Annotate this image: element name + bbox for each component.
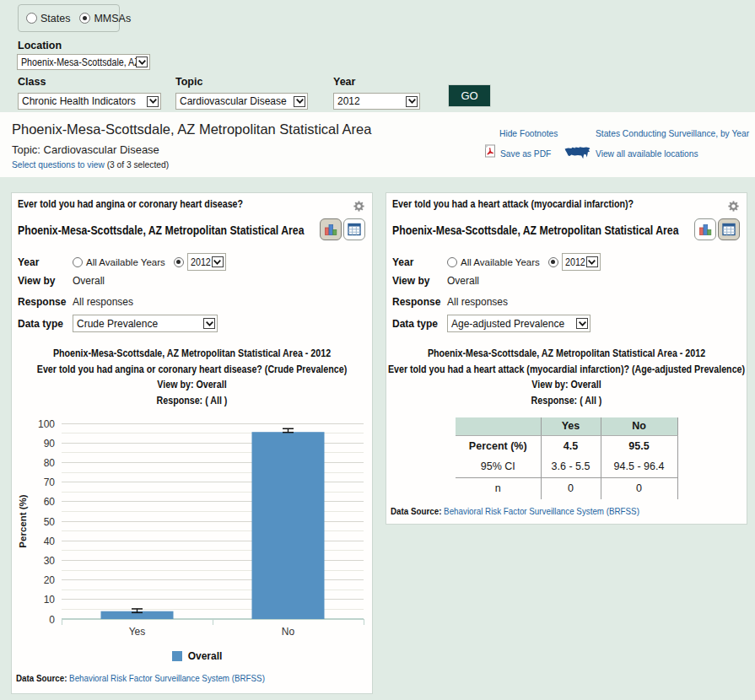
surveillance-link[interactable]: States Conducting Surveillance, by Year [596, 128, 749, 138]
go-button[interactable]: GO [448, 84, 491, 107]
view-by-label: View by [392, 275, 447, 287]
selection-count: (3 of 3 selected) [105, 159, 169, 170]
all-years-radio[interactable] [73, 257, 83, 267]
panel-heart-attack: Ever told you had a heart attack (myocar… [386, 192, 747, 525]
table-row-percent: Percent (%) 4.5 95.5 [456, 435, 677, 456]
topic-select[interactable]: Cardiovascular Disease [175, 93, 308, 110]
location-select[interactable]: Phoenix-Mesa-Scottsdale, AZ [17, 54, 150, 70]
save-pdf-link[interactable]: Save as PDF [500, 148, 551, 159]
view-locations-link[interactable]: View all available locations [596, 148, 698, 159]
topic-subtitle: Topic: Cardiovascular Disease [12, 143, 159, 156]
chart-subtitle: Ever told you had angina or coronary hea… [37, 362, 347, 378]
cell-n-yes: 0 [541, 477, 601, 499]
chevron-down-icon [586, 256, 598, 267]
bar-chart: 0102030405060708090100YesNoPercent (%) [12, 412, 373, 654]
x-category-label: Yes [129, 626, 146, 638]
year-options: All Available Years 2012 [447, 253, 601, 271]
mmsas-radio-label: MMSAs [94, 13, 131, 24]
y-tick-label: 100 [38, 418, 55, 430]
class-select-value: Chronic Health Indicators [19, 95, 147, 107]
table-viewby-line: View by: Overall [531, 377, 601, 393]
response-value: All responses [447, 296, 508, 308]
select-questions-link[interactable]: Select questions to view [12, 159, 105, 170]
cell-percent-no: 95.5 [601, 435, 677, 456]
table-title: Phoenix-Mesa-Scottsdale, AZ Metropolitan… [428, 346, 705, 362]
chart-view-button[interactable] [320, 218, 342, 240]
data-type-row: Data type Age-adjusted Prevalence [392, 315, 738, 332]
data-source-link[interactable]: Behavioral Risk Factor Surveillance Syst… [444, 506, 639, 516]
chart-view-button[interactable] [694, 218, 716, 240]
legend-swatch [172, 651, 182, 661]
data-type-select[interactable]: Age-adjusted Prevalence [447, 315, 591, 332]
view-by-row: View by Overall [18, 274, 364, 287]
topic-select-value: Cardiovascular Disease [176, 95, 294, 107]
bar-chart-icon [324, 223, 337, 236]
chart-response-line: Response: ( All ) [157, 393, 228, 409]
data-source-link[interactable]: Behavioral Risk Factor Surveillance Syst… [69, 673, 265, 683]
chart-viewby-line: View by: Overall [157, 377, 226, 393]
table-response-line: Response: ( All ) [531, 393, 602, 409]
location-label: Location [18, 40, 62, 51]
area-type-group: States MMSAs [18, 4, 120, 32]
legend-label: Overall [188, 650, 223, 662]
page-header: Phoenix-Mesa-Scottsdale, AZ Metropolitan… [0, 112, 755, 177]
table-row-n: n 0 0 [456, 477, 677, 499]
view-by-value: Overall [73, 275, 105, 287]
us-map-icon [564, 145, 591, 161]
table-header-blank [456, 417, 541, 435]
y-tick-label: 80 [44, 457, 56, 469]
all-years-label: All Available Years [461, 257, 540, 267]
view-toggles [694, 218, 740, 240]
response-row: Response All responses [18, 295, 364, 308]
bar-chart-svg: 0102030405060708090100YesNoPercent (%) [12, 412, 373, 654]
panel-year-select[interactable]: 2012 [187, 253, 226, 271]
gear-icon[interactable] [728, 200, 739, 211]
cell-ci-no: 94.5 - 96.4 [601, 456, 677, 477]
chevron-down-icon [294, 96, 305, 107]
chart-legend: Overall [17, 650, 377, 662]
class-select[interactable]: Chronic Health Indicators [18, 93, 161, 110]
data-type-select[interactable]: Crude Prevalence [73, 315, 218, 332]
table-subtitle: Ever told you had a heart attack (myocar… [388, 362, 745, 378]
table-view-button[interactable] [343, 218, 365, 240]
panel-year-select[interactable]: 2012 [562, 253, 601, 271]
panel-year-text: 2012 [191, 256, 211, 268]
location-select-text: Phoenix-Mesa-Scottsdale, AZ [21, 57, 136, 68]
hide-footnotes-link[interactable]: Hide Footnotes [499, 128, 558, 138]
year-row-label: Year [18, 256, 73, 268]
all-years-label: All Available Years [86, 257, 165, 267]
data-source-line: Data Source: Behavioral Risk Factor Surv… [391, 506, 639, 516]
y-tick-label: 50 [44, 516, 56, 528]
data-table: Yes No Percent (%) 4.5 95.5 95% CI 3.6 -… [456, 417, 678, 499]
table-icon [348, 223, 361, 236]
year-label: Year [333, 76, 355, 88]
gear-icon[interactable] [353, 200, 364, 211]
mmsas-radio[interactable] [79, 13, 90, 24]
year-row-label: Year [392, 256, 447, 268]
view-by-row: View by Overall [392, 274, 738, 287]
y-tick-label: 70 [44, 477, 56, 488]
panel-location-title: Phoenix-Mesa-Scottsdale, AZ Metropolitan… [18, 223, 304, 237]
single-year-radio[interactable] [548, 257, 558, 267]
single-year-radio[interactable] [174, 257, 184, 267]
y-tick-label: 60 [44, 496, 56, 508]
content-area: Ever told you had angina or coronary hea… [0, 177, 755, 700]
year-select-value: 2012 [334, 95, 406, 107]
table-header-no: No [601, 417, 677, 435]
view-by-label: View by [18, 275, 73, 287]
response-label: Response [392, 296, 447, 308]
y-tick-label: 0 [49, 614, 55, 626]
year-select[interactable]: 2012 [333, 93, 420, 110]
topic-label: Topic [175, 76, 202, 88]
states-radio[interactable] [26, 13, 37, 24]
filter-bar: States MMSAs Location Phoenix-Mesa-Scott… [0, 0, 755, 112]
data-type-value: Age-adjusted Prevalence [448, 318, 576, 330]
all-years-radio[interactable] [447, 257, 457, 267]
cell-ci-yes: 3.6 - 5.5 [541, 456, 601, 477]
location-select-value: Phoenix-Mesa-Scottsdale, AZ [18, 57, 136, 68]
row-label: n [456, 477, 541, 499]
cell-n-no: 0 [601, 477, 677, 499]
y-axis-title: Percent (%) [18, 494, 28, 547]
table-view-button[interactable] [718, 218, 740, 240]
y-tick-label: 90 [44, 438, 56, 450]
